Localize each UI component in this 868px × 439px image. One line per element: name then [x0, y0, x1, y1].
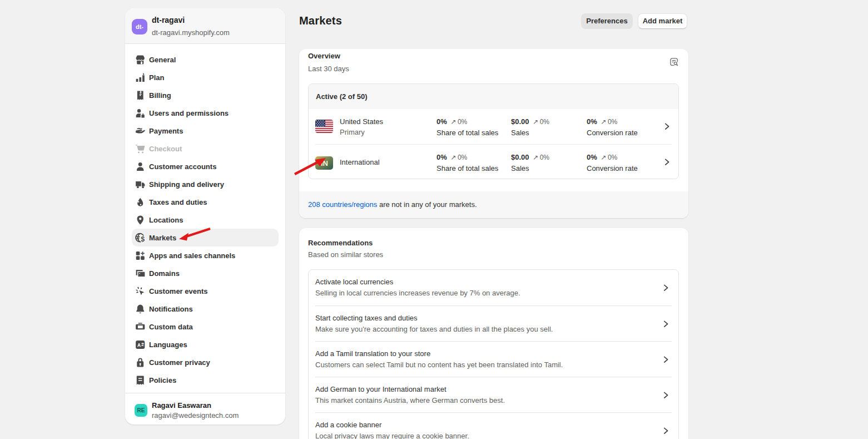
svg-text:$: $: [141, 235, 145, 243]
